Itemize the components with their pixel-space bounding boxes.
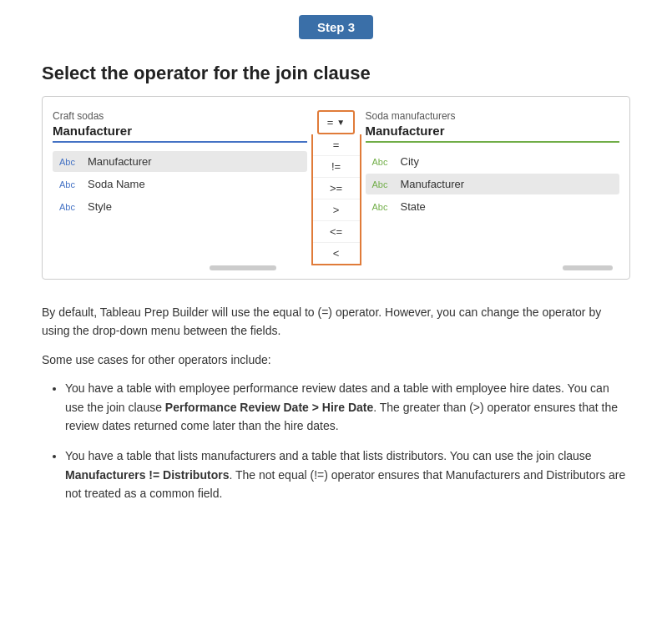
list-item[interactable]: Abc City [366,151,620,172]
body-text-area: By default, Tableau Prep Builder will us… [0,295,672,523]
operator-option-lt[interactable]: < [313,243,360,264]
operator-options-list: = != >= > <= < [311,134,361,265]
field-type-icon: Abc [372,179,396,189]
bold-phrase-2: Manufacturers != Distributors [65,468,229,482]
field-name: Style [88,200,112,213]
field-type-icon: Abc [59,179,83,189]
field-type-icon: Abc [59,157,83,167]
list-item[interactable]: Abc Manufacturer [53,151,307,172]
bullet-list: You have a table with employee performan… [42,379,630,502]
field-type-icon: Abc [59,202,83,212]
body-paragraph-2: Some use cases for other operators inclu… [42,351,630,369]
field-name: Manufacturer [401,178,465,190]
operator-selected-value: = [327,116,334,129]
field-name: City [401,155,419,168]
operator-panel: = ▼ = != >= > <= < [307,110,366,265]
operator-option-gte[interactable]: >= [313,178,360,199]
right-table-panel: Soda manufacturers Manufacturer Abc City… [366,110,620,219]
right-table-label: Soda manufacturers [366,110,620,122]
left-table-label: Craft sodas [53,110,307,122]
left-table-title: Manufacturer [53,124,307,143]
step-badge-container: Step 3 [0,0,672,48]
field-type-icon: Abc [372,157,396,167]
chevron-down-icon: ▼ [336,118,345,127]
list-item[interactable]: Abc Soda Name [53,174,307,194]
page-title: Select the operator for the join clause [0,48,672,96]
scrollbar-hint [563,265,613,270]
operator-option-neq[interactable]: != [313,156,360,178]
operator-option-gt[interactable]: > [313,199,360,221]
operator-dropdown-button[interactable]: = ▼ [317,110,356,134]
list-item[interactable]: Abc Manufacturer [366,174,620,194]
left-table-panel: Craft sodas Manufacturer Abc Manufacture… [53,110,307,219]
right-table-title: Manufacturer [366,124,620,143]
operator-option-eq[interactable]: = [313,134,360,156]
join-diagram: Craft sodas Manufacturer Abc Manufacture… [42,96,630,280]
body-paragraph-1: By default, Tableau Prep Builder will us… [42,303,630,341]
list-item: You have a table with employee performan… [65,379,630,435]
list-item: You have a table that lists manufacturer… [65,447,630,502]
field-name: Soda Name [88,178,145,190]
scrollbar-hint2 [210,265,276,270]
step-badge: Step 3 [299,15,373,39]
field-name: Manufacturer [88,155,152,168]
field-type-icon: Abc [372,202,396,212]
operator-option-lte[interactable]: <= [313,221,360,243]
field-name: State [401,200,426,213]
bold-phrase-1: Performance Review Date > Hire Date [165,401,373,414]
list-item[interactable]: Abc State [366,196,620,217]
list-item[interactable]: Abc Style [53,196,307,217]
